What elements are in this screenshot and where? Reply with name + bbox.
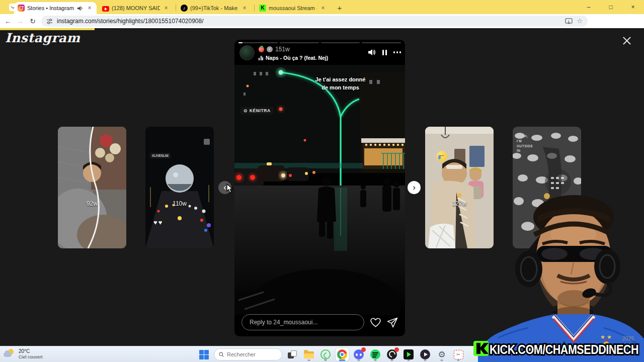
tab-close-icon[interactable]: × bbox=[241, 5, 248, 12]
back-button[interactable]: ← bbox=[3, 16, 13, 26]
chrome-icon bbox=[337, 349, 347, 359]
whatsapp-button[interactable] bbox=[319, 348, 332, 361]
small-emoji bbox=[457, 193, 462, 198]
mouse-cursor bbox=[226, 184, 233, 194]
tab-audio-icon[interactable] bbox=[77, 5, 84, 12]
bookmark-star-icon[interactable]: ☆ bbox=[577, 16, 583, 27]
story-progress-bar bbox=[238, 42, 401, 43]
story-thumbnail-1[interactable]: 92w bbox=[58, 127, 126, 248]
close-icon[interactable] bbox=[622, 36, 632, 46]
spotify-icon bbox=[370, 349, 380, 359]
tab-youtube[interactable]: (128) MOONY SAIDA CHARAF × bbox=[99, 2, 173, 14]
browser-toolbar: ← → ↻ instagram.com/stories/highlights/1… bbox=[0, 14, 644, 28]
settings-button[interactable]: ⚙ bbox=[435, 348, 448, 361]
reload-button[interactable]: ↻ bbox=[28, 16, 38, 26]
tab-close-icon[interactable]: × bbox=[319, 5, 327, 12]
kick-favicon: K bbox=[259, 5, 266, 12]
youtube-favicon bbox=[102, 6, 109, 12]
green-play-icon bbox=[404, 349, 414, 359]
more-options-icon[interactable] bbox=[393, 51, 401, 53]
url-text[interactable]: instagram.com/stories/highlights/1800155… bbox=[57, 18, 561, 25]
discord-button[interactable] bbox=[352, 348, 365, 361]
location-tag[interactable]: ⊙ KÉNITRA bbox=[240, 107, 274, 115]
thumbnail-timestamp: 110w bbox=[145, 200, 214, 207]
sticker-icon bbox=[204, 139, 210, 145]
start-button[interactable] bbox=[197, 348, 210, 361]
progress-segment bbox=[238, 42, 278, 43]
search-icon bbox=[219, 351, 224, 357]
obs-button[interactable] bbox=[385, 348, 398, 361]
task-view-button[interactable] bbox=[286, 348, 299, 361]
thumbnail-caption: YEAH, I'M OUTSIDE IN bbox=[517, 134, 533, 153]
close-window-button[interactable]: × bbox=[622, 0, 644, 14]
story-timestamp: 151w bbox=[275, 46, 290, 53]
site-settings-icon[interactable] bbox=[46, 18, 53, 25]
media-player-button[interactable] bbox=[419, 348, 432, 361]
recording-badge bbox=[394, 347, 399, 352]
chrome-button[interactable] bbox=[336, 348, 349, 361]
progress-segment bbox=[362, 42, 401, 43]
maximize-button[interactable]: □ bbox=[600, 0, 622, 14]
file-explorer-button[interactable] bbox=[302, 348, 315, 361]
mention-sticker: #LIVESLNI bbox=[150, 153, 171, 158]
location-pin-icon: ⊙ bbox=[244, 108, 248, 113]
volume-icon[interactable] bbox=[368, 48, 376, 56]
reply-input[interactable] bbox=[242, 314, 364, 330]
tab-tiktok[interactable]: ♪ (99+)TikTok - Make Your Day × bbox=[177, 2, 252, 14]
spotify-button[interactable] bbox=[369, 348, 382, 361]
watermark-text: KICK.COM/CHAMSEDDINECH bbox=[490, 342, 638, 356]
progress-segment bbox=[321, 42, 360, 43]
stream-app-button[interactable] bbox=[402, 348, 415, 361]
snipping-tool-button[interactable]: ✂ bbox=[452, 348, 465, 361]
hearts-sticker: ♥♥ bbox=[153, 219, 163, 226]
loading-progress-bar bbox=[0, 28, 95, 30]
thumbnail-photo bbox=[145, 127, 214, 248]
notification-badge bbox=[361, 347, 366, 352]
story-header-text: ✓ 151w Naps - Où ça ? (feat. Nej) bbox=[259, 45, 364, 61]
verified-badge-icon: ✓ bbox=[267, 46, 273, 52]
minimize-button[interactable]: – bbox=[578, 0, 600, 14]
music-equalizer-icon bbox=[259, 56, 263, 60]
like-heart-icon[interactable] bbox=[370, 317, 381, 328]
pause-icon[interactable] bbox=[382, 50, 387, 55]
window-controls: – □ × bbox=[578, 0, 644, 14]
whatsapp-icon bbox=[320, 349, 331, 359]
next-story-button[interactable]: › bbox=[408, 181, 421, 194]
share-plane-icon[interactable] bbox=[387, 317, 398, 328]
cast-icon[interactable] bbox=[565, 18, 573, 25]
story-reply-row bbox=[242, 314, 398, 330]
tab-close-icon[interactable]: × bbox=[86, 5, 93, 12]
weather-temperature: 20°C bbox=[19, 348, 43, 354]
thumbnail-photo bbox=[58, 127, 126, 248]
tab-close-icon[interactable]: × bbox=[163, 5, 170, 12]
forward-button[interactable]: → bbox=[15, 16, 25, 26]
search-input[interactable] bbox=[227, 351, 277, 357]
taskbar-weather-widget[interactable]: 20°C Ciel couvert bbox=[4, 348, 43, 360]
tab-kick[interactable]: K moussaoui Stream - Watch Live × bbox=[256, 2, 330, 14]
story-card: ✓ 151w Naps - Où ça ? (feat. Nej) bbox=[234, 40, 405, 336]
address-bar[interactable]: instagram.com/stories/highlights/1800155… bbox=[41, 16, 588, 27]
instagram-logo[interactable]: Instagram bbox=[5, 31, 80, 45]
story-photo-night-street[interactable] bbox=[234, 65, 405, 315]
tab-title: Stories • Instagram bbox=[27, 5, 74, 11]
tab-instagram[interactable]: Stories • Instagram × bbox=[14, 2, 97, 14]
weather-condition: Ciel couvert bbox=[19, 354, 43, 360]
gear-icon: ⚙ bbox=[438, 350, 445, 359]
play-icon bbox=[420, 349, 430, 359]
tab-divider bbox=[176, 5, 176, 11]
progress-segment bbox=[280, 42, 319, 43]
story-music-title[interactable]: Naps - Où ça ? (feat. Nej) bbox=[266, 55, 328, 61]
instagram-favicon bbox=[18, 5, 25, 12]
story-thumbnail-2[interactable]: #LIVESLNI 110w ♥♥ bbox=[145, 127, 214, 248]
tab-title: (99+)TikTok - Make Your Day bbox=[190, 5, 238, 11]
new-tab-button[interactable]: + bbox=[334, 3, 345, 14]
kick-watermark: KICK.COM/CHAMSEDDINECH bbox=[473, 337, 641, 360]
tab-divider bbox=[254, 5, 255, 11]
tab-title: moussaoui Stream - Watch Live bbox=[269, 5, 317, 11]
avatar[interactable] bbox=[239, 45, 255, 60]
story-caption: Je t'ai assez donné de mon temps bbox=[276, 76, 405, 92]
year-label: 2025 bbox=[622, 335, 634, 341]
taskbar-search[interactable] bbox=[214, 348, 282, 360]
strawberry-emoji-username[interactable] bbox=[259, 47, 264, 52]
story-header: ✓ 151w Naps - Où ça ? (feat. Nej) bbox=[239, 45, 401, 64]
